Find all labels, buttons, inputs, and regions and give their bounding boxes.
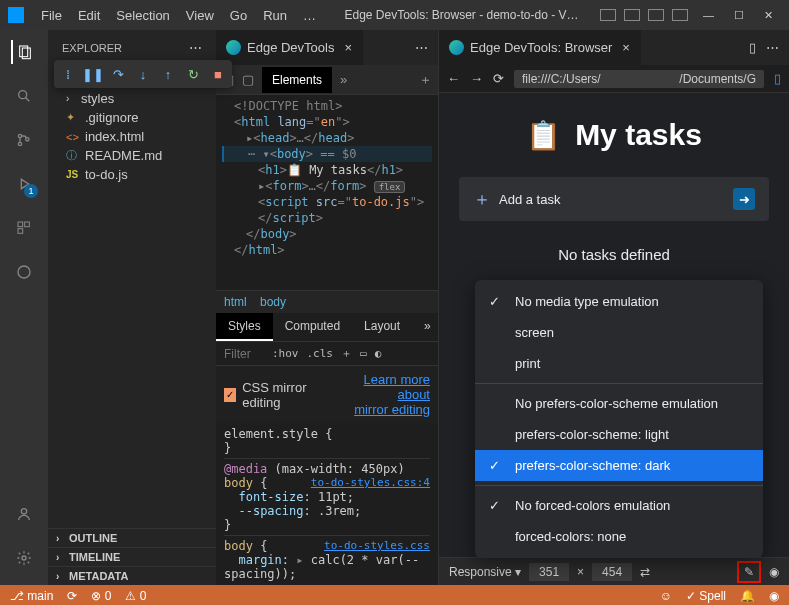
close-button[interactable]: ✕ [764,9,773,22]
layout-4-icon[interactable] [672,9,688,21]
drag-handle-icon[interactable]: ⁞ [57,63,79,85]
cls-button[interactable]: .cls [307,347,334,360]
sync-indicator[interactable]: ⟳ [67,589,77,603]
css-source-link2[interactable]: to-do-styles.css [324,539,430,552]
dom-body[interactable]: ⋯ ▾<body> == $0 [222,146,432,162]
section-timeline[interactable]: › TIMELINE [48,547,216,566]
tree-item-gitignore[interactable]: ✦.gitignore [48,108,216,127]
height-input[interactable] [592,563,632,581]
edge-icon[interactable] [12,260,36,284]
split-icon[interactable]: ▯ [749,40,756,55]
dom-script[interactable]: <script src="to-do.js"> [222,194,432,210]
popup-screen[interactable]: screen [475,317,763,348]
account-icon[interactable] [12,502,36,526]
section-metadata[interactable]: › METADATA [48,566,216,585]
dom-h1[interactable]: <h1>📋 My tasks</h1> [222,162,432,178]
url-bar[interactable]: file:///C:/Users//Documents/G [514,70,764,88]
crumb-body[interactable]: body [260,295,286,309]
device-mode-dropdown[interactable]: Responsive ▾ [449,565,521,579]
mirror-checkbox[interactable]: ✓ [224,388,236,402]
menu-file[interactable]: File [34,5,69,26]
extensions-icon[interactable] [12,216,36,240]
tab-more-icon[interactable]: ⋯ [415,40,428,55]
dom-tree[interactable]: <!DOCTYPE html> <html lang="en"> ▸<head>… [216,95,438,290]
dom-doctype[interactable]: <!DOCTYPE html> [222,98,432,114]
restart-button[interactable]: ↻ [182,63,204,85]
add-task-row[interactable]: ＋ Add a task ➜ [459,177,769,221]
step-into-button[interactable]: ↓ [132,63,154,85]
minimize-button[interactable]: — [703,9,714,22]
rotate-icon[interactable]: ⇄ [640,565,650,579]
mirror-link[interactable]: Learn more about [364,372,430,402]
menu-run[interactable]: Run [256,5,294,26]
feedback-icon[interactable]: ☺ [660,589,672,603]
tab-computed[interactable]: Computed [273,313,352,341]
nav-back-icon[interactable]: ← [447,71,460,86]
tab-more-icon[interactable]: ⋯ [766,40,779,55]
pause-button[interactable]: ❚❚ [82,63,104,85]
layout-2-icon[interactable] [624,9,640,21]
tab-browser[interactable]: Edge DevTools: Browser × [439,30,641,65]
tab-elements[interactable]: Elements [262,67,332,93]
section-outline[interactable]: › OUTLINE [48,528,216,547]
new-tab-icon[interactable]: ＋ [419,71,432,89]
tab-styles[interactable]: Styles [216,313,273,341]
tree-item-todojs[interactable]: JSto-do.js [48,165,216,184]
popup-no-media[interactable]: ✓No media type emulation [475,286,763,317]
new-style-icon[interactable]: ＋ [341,346,352,361]
source-control-icon[interactable] [12,128,36,152]
tab-close-icon[interactable]: × [622,40,630,55]
popup-scheme-light[interactable]: prefers-color-scheme: light [475,419,763,450]
tree-item-index[interactable]: <>index.html [48,127,216,146]
menu-selection[interactable]: Selection [109,5,176,26]
nav-reload-icon[interactable]: ⟳ [493,71,504,86]
mirror-link2[interactable]: mirror editing [354,402,430,417]
device-icon[interactable]: ▢ [242,72,254,87]
css-rules[interactable]: element.style { } @media (max-width: 450… [216,423,438,585]
tab-edge-devtools[interactable]: Edge DevTools × [216,30,363,65]
layout-3-icon[interactable] [648,9,664,21]
search-icon[interactable] [12,84,36,108]
sidebar-more-icon[interactable]: ⋯ [189,40,202,55]
css-source-link[interactable]: to-do-styles.css:4 [311,476,430,489]
maximize-button[interactable]: ☐ [734,9,744,22]
more-panels-icon[interactable]: » [340,72,347,87]
dom-script-close[interactable]: </script> [222,210,432,226]
debug-icon[interactable]: 1 [12,172,36,196]
open-devtools-icon[interactable]: ▯ [774,71,781,86]
dom-html-close[interactable]: </html> [222,242,432,258]
dock-icon[interactable]: ▭ [360,347,367,360]
nav-forward-icon[interactable]: → [470,71,483,86]
dom-head[interactable]: ▸<head>…</head> [222,130,432,146]
popup-forced-none[interactable]: forced-colors: none [475,521,763,552]
popup-no-forced[interactable]: ✓No forced-colors emulation [475,490,763,521]
flex-badge[interactable]: flex [374,181,406,193]
styles-filter-input[interactable] [224,347,264,361]
rendering-icon[interactable]: ◐ [375,347,382,360]
broadcast-icon[interactable]: ◉ [769,589,779,603]
submit-task-button[interactable]: ➜ [733,188,755,210]
popup-scheme-dark[interactable]: ✓prefers-color-scheme: dark [475,450,763,481]
popup-print[interactable]: print [475,348,763,379]
crumb-html[interactable]: html [224,295,247,309]
menu-more[interactable]: … [296,5,323,26]
layout-1-icon[interactable] [600,9,616,21]
rendering-toggle-button[interactable]: ✎ [737,561,761,583]
warning-indicator[interactable]: ⚠ 0 [125,589,146,603]
settings-icon[interactable] [12,546,36,570]
hov-button[interactable]: :hov [272,347,299,360]
dom-body-close[interactable]: </body> [222,226,432,242]
menu-go[interactable]: Go [223,5,254,26]
tab-close-icon[interactable]: × [344,40,352,55]
dom-html[interactable]: <html lang="en"> [222,114,432,130]
bell-icon[interactable]: 🔔 [740,589,755,603]
error-indicator[interactable]: ⊗ 0 [91,589,111,603]
explorer-icon[interactable] [11,40,35,64]
menu-view[interactable]: View [179,5,221,26]
dom-form[interactable]: ▸<form>…</form> flex [222,178,432,194]
spell-indicator[interactable]: ✓ Spell [686,589,726,603]
branch-indicator[interactable]: ⎇ main [10,589,53,603]
menu-edit[interactable]: Edit [71,5,107,26]
stop-button[interactable]: ■ [207,63,229,85]
tree-item-styles[interactable]: ›styles [48,89,216,108]
